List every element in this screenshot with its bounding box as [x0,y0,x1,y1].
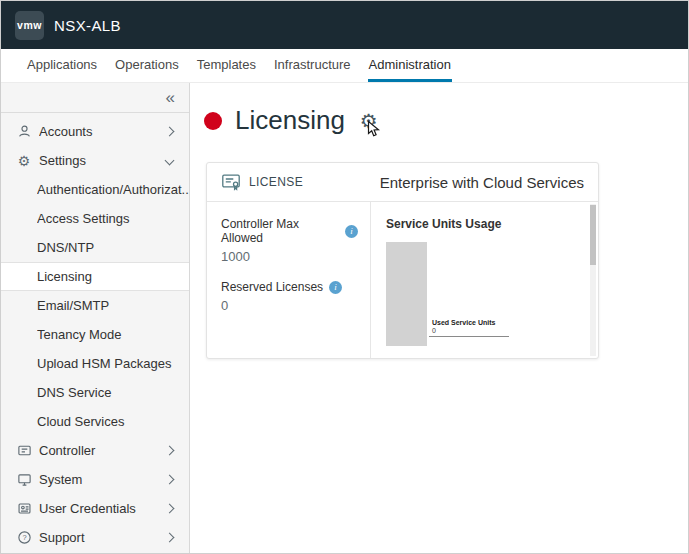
product-name: NSX-ALB [54,17,121,34]
licensing-status-dot [204,112,222,130]
app-window: vmw NSX-ALB Applications Operations Temp… [0,0,689,554]
sidebar-item-label: User Credentials [39,501,166,516]
page-title-row: Licensing ⚙ [204,105,688,136]
body-row: « Accounts ⚙ Settings Authentication/Aut… [1,83,688,553]
controller-icon [16,443,32,458]
sidebar-item-dns-service[interactable]: DNS Service [1,378,189,407]
sidebar-item-system[interactable]: System [1,465,189,494]
sidebar-item-label: Accounts [39,124,166,139]
sidebar-item-user-credentials[interactable]: User Credentials [1,494,189,523]
sidebar-item-label: Settings [39,153,166,168]
sidebar-item-label: Support [39,530,166,545]
field-label: Controller Max Allowed [221,217,339,245]
sidebar-item-label: System [39,472,166,487]
sidebar-item-label: Cloud Services [37,414,189,429]
svg-text:?: ? [22,533,26,542]
sidebar-collapse-row: « [1,83,189,113]
card-scrollbar-thumb[interactable] [590,205,596,265]
field-value: 0 [221,298,358,313]
usage-chart: Used Service Units 0 [386,242,584,346]
licensing-settings-gear-icon[interactable]: ⚙ [360,111,378,131]
license-card-type-label: LICENSE [249,175,303,189]
vmware-logo: vmw [15,11,44,40]
chevron-right-icon [165,475,175,485]
field-label: Reserved Licenses [221,280,323,294]
license-card-body: Controller Max Allowed i 1000 Reserved L… [207,202,598,358]
sidebar-item-label: Licensing [37,269,189,284]
chevron-right-icon [165,446,175,456]
collapse-sidebar-button[interactable]: « [166,89,175,106]
chevron-right-icon [165,504,175,514]
sidebar-item-label: Access Settings [37,211,189,226]
sidebar-item-label: Email/SMTP [37,298,189,313]
license-tier: Enterprise with Cloud Services [380,174,584,191]
sidebar-item-label: Tenancy Mode [37,327,189,342]
sidebar-item-authentication[interactable]: Authentication/Authorizat... [1,175,189,204]
sidebar: « Accounts ⚙ Settings Authentication/Aut… [1,83,190,553]
credentials-icon [16,501,32,516]
app-header: vmw NSX-ALB [1,1,688,49]
primary-nav: Applications Operations Templates Infras… [1,49,688,83]
license-icon [221,172,241,192]
license-card-header: LICENSE Enterprise with Cloud Services [207,163,598,202]
license-card: LICENSE Enterprise with Cloud Services C… [206,162,599,359]
field-reserved-licenses: Reserved Licenses i 0 [221,280,358,313]
sidebar-item-label: DNS Service [37,385,189,400]
license-fields: Controller Max Allowed i 1000 Reserved L… [207,202,370,358]
tab-applications[interactable]: Applications [26,49,98,82]
sidebar-item-label: DNS/NTP [37,240,189,255]
usage-legend-value: 0 [432,327,509,334]
sidebar-item-access-settings[interactable]: Access Settings [1,204,189,233]
card-scrollbar[interactable] [590,204,596,356]
page-title: Licensing [235,105,345,136]
service-units-usage-panel: Service Units Usage Used Service Units 0 [370,202,598,358]
sidebar-item-label: Controller [39,443,166,458]
mouse-cursor-icon [367,120,381,138]
field-value: 1000 [221,249,358,264]
chevron-right-icon [165,533,175,543]
system-icon [16,472,32,487]
sidebar-item-label: Upload HSM Packages [37,356,189,371]
sidebar-item-accounts[interactable]: Accounts [1,117,189,146]
sidebar-item-support[interactable]: ? Support [1,523,189,552]
usage-title: Service Units Usage [386,217,584,231]
sidebar-item-licensing[interactable]: Licensing [1,262,189,291]
support-icon: ? [16,530,32,545]
gear-icon: ⚙ [16,154,32,168]
usage-legend: Used Service Units 0 [429,319,509,337]
sidebar-item-dns-ntp[interactable]: DNS/NTP [1,233,189,262]
main-content: Licensing ⚙ LICENSE Enterprise with Clou… [190,83,688,553]
tab-infrastructure[interactable]: Infrastructure [273,49,352,82]
sidebar-item-tenancy-mode[interactable]: Tenancy Mode [1,320,189,349]
sidebar-item-cloud-services[interactable]: Cloud Services [1,407,189,436]
field-controller-max-allowed: Controller Max Allowed i 1000 [221,217,358,264]
usage-bar [386,242,427,346]
user-icon [16,124,32,139]
sidebar-item-settings[interactable]: ⚙ Settings [1,146,189,175]
tab-operations[interactable]: Operations [114,49,180,82]
sidebar-item-email-smtp[interactable]: Email/SMTP [1,291,189,320]
sidebar-item-label: Authentication/Authorizat... [37,182,189,197]
usage-legend-label: Used Service Units [432,319,509,326]
info-icon[interactable]: i [329,281,342,294]
info-icon[interactable]: i [345,225,358,238]
license-card-type: LICENSE [221,172,303,192]
vmware-logo-text: vmw [17,19,42,31]
sidebar-items: Accounts ⚙ Settings Authentication/Autho… [1,113,189,552]
sidebar-item-upload-hsm-packages[interactable]: Upload HSM Packages [1,349,189,378]
sidebar-item-controller[interactable]: Controller [1,436,189,465]
chevron-down-icon [165,156,175,166]
chevron-right-icon [165,127,175,137]
tab-templates[interactable]: Templates [196,49,257,82]
tab-administration[interactable]: Administration [368,49,452,82]
